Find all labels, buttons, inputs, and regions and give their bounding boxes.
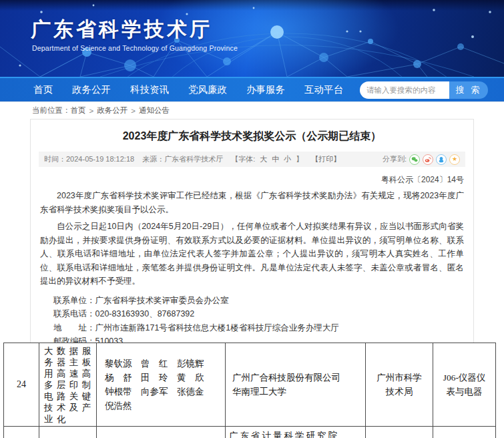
table-row: 24 大 数 据 服 务 器 主 板 用 高 速 高 多 层 印 制 电 路 关… [4,343,496,427]
font-size-control: 【字体: 大 中 小 】 [231,154,303,164]
nav-items: 首页 政务公开 科技资讯 党风廉政 办事服务 互动平台 [0,83,343,96]
source: 来源：广东省科学技术厅 [142,154,223,164]
main-nav: 首页 政务公开 科技资讯 党风廉政 办事服务 互动平台 搜 索 [0,77,504,101]
meta-left: 时间：2024-05-19 18:12:18 来源：广东省科学技术厅 【字体: … [44,154,340,164]
partial-org-text: 广东省计量科学研究院 [226,427,364,438]
weibo-share-icon[interactable] [423,154,433,165]
breadcrumb-home[interactable]: 首页 [71,105,86,116]
row-number-cell: 24 [4,343,39,427]
article-title: 2023年度广东省科学技术奖拟奖公示（公示期已结束） [37,130,467,144]
nominator-cell [366,427,433,438]
row-number-cell [4,427,39,438]
breadcrumb-separator: > [131,107,136,115]
font-size-small-button[interactable]: 小 [284,154,291,164]
article-meta-bar: 时间：2024-05-19 18:12:18 来源：广东省科学技术厅 【字体: … [39,152,465,167]
field-code-cell [433,427,496,438]
search-bar: 搜 索 [360,81,488,99]
share-bar: 分享到: ★ [383,154,460,165]
awardees-cell [97,427,226,438]
organizations-cell: 广州广合科技股份有限公司 华南理工大学 [226,343,366,427]
nominator-cell: 广州市科学 技术局 [366,343,433,427]
page: 广东省科学技术厅 Department of Science and Techn… [0,0,504,438]
article-paragraph: 2023年度广东省科学技术奖评审工作已经结束，根据《广东省科学技术奖励办法》有关… [40,189,464,216]
nav-item-sci-news[interactable]: 科技资讯 [130,83,169,96]
wechat-share-icon[interactable] [409,154,420,165]
award-table: 24 大 数 据 服 务 器 主 板 用 高 速 高 多 层 印 制 电 路 关… [3,343,496,438]
nav-item-interaction[interactable]: 互动平台 [304,83,343,96]
breadcrumb-notices[interactable]: 通知公告 [139,105,170,116]
nav-item-party-conduct[interactable]: 党风廉政 [188,83,227,96]
site-subtitle: Department of Science and Technology of … [32,44,238,52]
project-name-cell: 大 数 据 服 务 器 主 板 用 高 速 高 多 层 印 制 电 路 关 键 … [39,343,97,427]
nav-item-home[interactable]: 首页 [33,83,53,96]
project-name-cell [39,427,97,438]
field-code-cell: J06-仪器仪 表与电器 [433,343,496,427]
organizations-cell: 广东省计量科学研究院 [226,427,366,438]
font-size-prefix: 【字体: [231,154,255,164]
font-size-medium-button[interactable]: 中 [272,154,279,164]
site-title: 广东省科学技术厅 [31,16,212,43]
print-button[interactable]: 【打印】 [311,154,340,164]
breadcrumb-separator: > [89,107,94,115]
nav-item-gov-info[interactable]: 政务公开 [72,83,111,96]
share-label: 分享到: [383,154,407,164]
search-button[interactable]: 搜 索 [449,81,488,99]
article-paragraph: 自公示之日起10日内（2024年5月20日-29日），任何单位或者个人对拟奖结果… [40,220,464,288]
qq-share-icon[interactable] [436,154,447,165]
favorite-share-icon[interactable]: ★ [449,154,460,165]
breadcrumb-gov-info[interactable]: 政务公开 [97,105,128,116]
table-row-partial: 广东省计量科学研究院 [4,427,496,438]
breadcrumb-label: 当前位置： [32,105,71,116]
font-size-suffix: 】 [296,154,303,164]
awardees-cell: 黎钦源 曾 红 彭镜辉 杨 舒 田 玲 黄 欣 钟根带 向参军 张德金 倪浩然 [97,343,226,427]
publish-time: 时间：2024-05-19 18:12:18 [44,154,134,164]
search-input[interactable] [360,81,449,99]
site-header: 广东省科学技术厅 Department of Science and Techn… [0,0,504,77]
nav-item-services[interactable]: 办事服务 [246,83,285,96]
font-size-large-button[interactable]: 大 [260,154,267,164]
document-number: 粤科公示〔2024〕14号 [40,174,464,186]
contact-info: 联系单位：广东省科学技术奖评审委员会办公室 联系电话：020-83163930、… [53,294,464,349]
breadcrumb: 当前位置： 首页 > 政务公开 > 通知公告 [0,101,504,119]
